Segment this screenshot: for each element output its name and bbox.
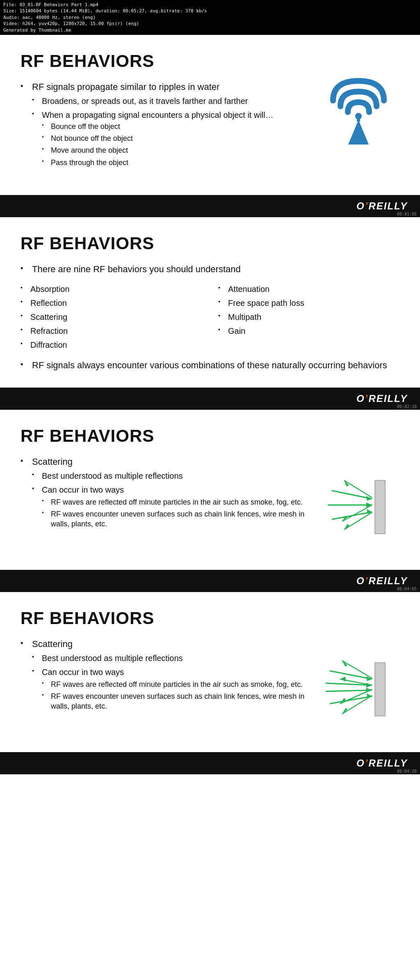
slide-4-text: Scattering Best understood as multiple r… <box>21 638 317 715</box>
behavior-gain: Gain <box>218 326 399 336</box>
slide-3-title: RF BEHAVIORS <box>21 426 399 446</box>
oreilly-logo-1: O’REILLY <box>356 200 408 212</box>
scatter-diagram-3 <box>317 468 399 546</box>
slide-2-bottom-bullets: RF signals always encounter various comb… <box>21 359 399 372</box>
bullet-scattering-3: Scattering Best understood as multiple r… <box>21 456 317 529</box>
bullet-propagate: RF signals propagate similar to ripples … <box>21 81 317 168</box>
slide-4-title: RF BEHAVIORS <box>21 608 399 628</box>
slide-1-timestamp: 00:01:05 <box>397 212 417 216</box>
slide-1-text: RF signals propagate similar to ripples … <box>21 81 317 172</box>
slide-1-bullet-list: RF signals propagate similar to ripples … <box>21 81 317 168</box>
svg-marker-28 <box>340 677 346 682</box>
oreilly-logo-3: O’REILLY <box>356 575 408 587</box>
slide-3: RF BEHAVIORS Scattering Best understood … <box>0 410 420 570</box>
sub-sub-bullet-list-1: Bounce off the object Not bounce off the… <box>42 122 317 168</box>
slide-4-bullet-list: Scattering Best understood as multiple r… <box>21 638 317 711</box>
subsub-particles-3: RF waves are reflected off minute partic… <box>42 498 317 507</box>
sub-best-understood-3: Best understood as multiple reflections <box>32 470 317 481</box>
slide-2-top-bullets: There are nine RF behaviors you should u… <box>21 263 399 275</box>
bullet-scattering-4: Scattering Best understood as multiple r… <box>21 638 317 711</box>
svg-rect-16 <box>375 663 385 716</box>
slide-2-timestamp: 00:02:10 <box>397 404 417 409</box>
slide-1-oreilly-bar: O’REILLY 00:01:05 <box>0 195 420 217</box>
sub-sub-bounce: Bounce off the object <box>42 122 317 131</box>
scattering-sub-list-3: Best understood as multiple reflections … <box>32 470 317 529</box>
sub-best-understood-4: Best understood as multiple reflections <box>32 653 317 663</box>
slide-4-layout: Scattering Best understood as multiple r… <box>21 638 399 728</box>
behavior-attenuation: Attenuation <box>218 284 399 294</box>
file-info-line2: Size: 15140604 bytes (14.44 MiB), durati… <box>3 8 417 14</box>
slide-1-content: RF signals propagate similar to ripples … <box>21 81 399 172</box>
scattering-subsub-list-3: RF waves are reflected off minute partic… <box>42 498 317 529</box>
file-info-line3: Audio: aac, 48000 Hz, stereo (eng) <box>3 14 417 21</box>
behavior-absorption: Absorption <box>21 284 202 294</box>
svg-line-23 <box>330 696 372 704</box>
svg-line-10 <box>344 480 372 498</box>
scattering-sub-list-4: Best understood as multiple reflections … <box>32 653 317 711</box>
slide-2-title: RF BEHAVIORS <box>21 234 399 253</box>
svg-marker-1 <box>348 120 369 145</box>
svg-line-29 <box>342 695 372 714</box>
slide-2-col-right: Attenuation Free space path loss Multipa… <box>218 281 399 353</box>
behavior-scattering: Scattering <box>21 312 202 322</box>
bullet-nine-behaviors: There are nine RF behaviors you should u… <box>21 263 399 275</box>
svg-rect-2 <box>357 117 360 122</box>
file-info-line1: File: 03_01-RF Behaviors Part 1.mp4 <box>3 2 417 8</box>
slide-2: RF BEHAVIORS There are nine RF behaviors… <box>0 217 420 388</box>
behavior-diffraction: Diffraction <box>21 340 202 350</box>
scattering-subsub-list-4: RF waves are reflected off minute partic… <box>42 680 317 711</box>
oreilly-logo-4: O’REILLY <box>356 757 408 769</box>
scatter-svg-3 <box>320 468 397 546</box>
sub-bullet-encounters: When a propagating signal encounters a p… <box>32 110 317 168</box>
slide-2-two-col: Absorption Reflection Scattering Refract… <box>21 281 399 353</box>
slide-3-oreilly-bar: O’REILLY 00:04:05 <box>0 570 420 592</box>
slide-3-bullet-list: Scattering Best understood as multiple r… <box>21 456 317 529</box>
behavior-multipath: Multipath <box>218 312 399 322</box>
wifi-icon-area <box>317 77 399 151</box>
slide-1: RF BEHAVIORS RF signals propagate simila… <box>0 35 420 195</box>
sub-two-ways-4: Can occur in two ways RF waves are refle… <box>32 667 317 711</box>
behavior-free-space-loss: Free space path loss <box>218 298 399 308</box>
slide-4-timestamp: 00:04:20 <box>397 769 417 773</box>
svg-line-4 <box>332 491 372 499</box>
slide-3-text: Scattering Best understood as multiple r… <box>21 456 317 533</box>
behavior-refraction: Refraction <box>21 326 202 336</box>
slide-3-timestamp: 00:04:05 <box>397 587 417 591</box>
sub-two-ways-3: Can occur in two ways RF waves are refle… <box>32 484 317 529</box>
sub-sub-move-around: Move around the object <box>42 146 317 155</box>
slide-2-col-left: Absorption Reflection Scattering Refract… <box>21 281 202 353</box>
subsub-surfaces-3: RF waves encounter uneven surfaces such … <box>42 510 317 529</box>
oreilly-logo-2: O’REILLY <box>356 393 408 404</box>
slide-4: RF BEHAVIORS Scattering Best understood … <box>0 592 420 752</box>
file-info-line4: Video: h264, yuv420p, 1280x720, 15.00 fp… <box>3 21 417 27</box>
sub-sub-pass-through: Pass through the object <box>42 158 317 168</box>
sub-bullet-broadens: Broadens, or spreads out, as it travels … <box>32 96 317 106</box>
subsub-surfaces-4: RF waves encounter uneven surfaces such … <box>42 692 317 711</box>
slide-4-oreilly-bar: O’REILLY 00:04:20 <box>0 752 420 774</box>
slide-2-oreilly-bar: O’REILLY 00:02:10 <box>0 388 420 410</box>
slide-3-layout: Scattering Best understood as multiple r… <box>21 456 399 546</box>
bullet-combinations: RF signals always encounter various comb… <box>21 359 399 372</box>
svg-line-21 <box>326 690 372 691</box>
wifi-signal-icon <box>326 77 391 151</box>
right-behavior-list: Attenuation Free space path loss Multipa… <box>218 284 399 336</box>
slide-1-title: RF BEHAVIORS <box>21 51 399 71</box>
scatter-svg-4 <box>320 650 397 728</box>
left-behavior-list: Absorption Reflection Scattering Refract… <box>21 284 202 350</box>
svg-rect-3 <box>375 480 385 534</box>
sub-bullet-list-1: Broadens, or spreads out, as it travels … <box>32 96 317 168</box>
file-info-header: File: 03_01-RF Behaviors Part 1.mp4 Size… <box>0 0 420 35</box>
behavior-reflection: Reflection <box>21 298 202 308</box>
sub-sub-not-bounce: Not bounce off the object <box>42 134 317 143</box>
subsub-particles-4: RF waves are reflected off minute partic… <box>42 680 317 689</box>
file-info-line5: Generated by Thumbnail.me <box>3 27 417 33</box>
scatter-diagram-4 <box>317 650 399 728</box>
